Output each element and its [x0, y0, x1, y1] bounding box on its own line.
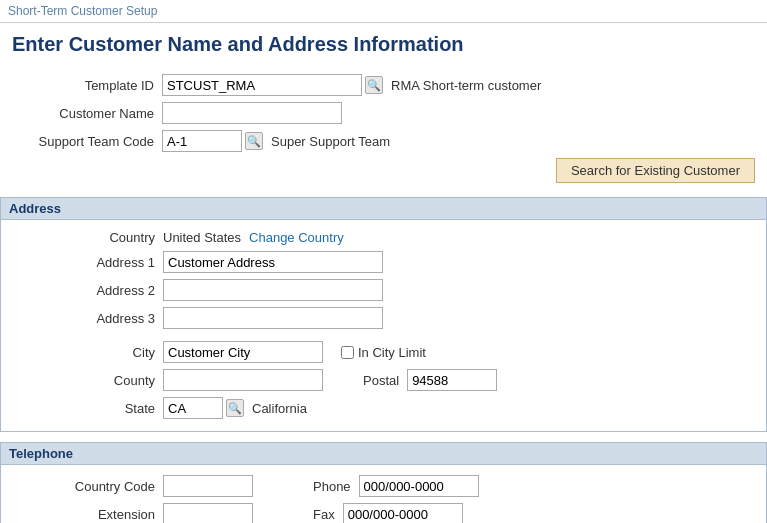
top-form: Template ID 🔍 RMA Short-term customer Cu… — [0, 66, 767, 197]
address2-label: Address 2 — [13, 283, 163, 298]
extension-row: Extension Fax — [13, 503, 754, 523]
template-id-label: Template ID — [12, 78, 162, 93]
state-input[interactable] — [163, 397, 223, 419]
in-city-limit-text: In City Limit — [358, 345, 426, 360]
state-lookup-icon[interactable]: 🔍 — [226, 399, 244, 417]
extension-input[interactable] — [163, 503, 253, 523]
address-section-body: Country United States Change Country Add… — [1, 220, 766, 431]
change-country-link[interactable]: Change Country — [249, 230, 344, 245]
postal-input[interactable] — [407, 369, 497, 391]
country-row: Country United States Change Country — [13, 230, 754, 245]
address1-row: Address 1 — [13, 251, 754, 273]
state-hint: California — [252, 401, 307, 416]
fax-input[interactable] — [343, 503, 463, 523]
country-code-label: Country Code — [13, 479, 163, 494]
address-section-header: Address — [1, 198, 766, 220]
address2-input[interactable] — [163, 279, 383, 301]
customer-name-input[interactable] — [162, 102, 342, 124]
support-team-label: Support Team Code — [12, 134, 162, 149]
support-team-lookup-icon[interactable]: 🔍 — [245, 132, 263, 150]
address1-input[interactable] — [163, 251, 383, 273]
search-btn-row: Search for Existing Customer — [12, 158, 755, 183]
in-city-limit-checkbox[interactable] — [341, 346, 354, 359]
support-team-row: Support Team Code 🔍 Super Support Team — [12, 130, 755, 152]
search-existing-customer-button[interactable]: Search for Existing Customer — [556, 158, 755, 183]
country-code-row: Country Code Phone — [13, 475, 754, 497]
country-code-input[interactable] — [163, 475, 253, 497]
breadcrumb: Short-Term Customer Setup — [0, 0, 767, 23]
telephone-section: Telephone Country Code Phone Extension F… — [0, 442, 767, 523]
county-label: County — [13, 373, 163, 388]
template-id-input[interactable] — [162, 74, 362, 96]
country-value: United States — [163, 230, 241, 245]
support-team-hint: Super Support Team — [271, 134, 390, 149]
country-label: Country — [13, 230, 163, 245]
phone-input[interactable] — [359, 475, 479, 497]
county-input[interactable] — [163, 369, 323, 391]
phone-group: Phone — [313, 475, 479, 497]
extension-label: Extension — [13, 507, 163, 522]
city-input[interactable] — [163, 341, 323, 363]
telephone-section-body: Country Code Phone Extension Fax — [1, 465, 766, 523]
city-row: City In City Limit — [13, 341, 754, 363]
postal-label: Postal — [363, 373, 399, 388]
customer-name-row: Customer Name — [12, 102, 755, 124]
city-label: City — [13, 345, 163, 360]
fax-label: Fax — [313, 507, 335, 522]
address3-label: Address 3 — [13, 311, 163, 326]
fax-group: Fax — [313, 503, 463, 523]
county-postal-row: County Postal — [13, 369, 754, 391]
in-city-limit-label[interactable]: In City Limit — [341, 345, 426, 360]
state-row: State 🔍 California — [13, 397, 754, 419]
page-title: Enter Customer Name and Address Informat… — [0, 23, 767, 66]
template-id-row: Template ID 🔍 RMA Short-term customer — [12, 74, 755, 96]
address-section: Address Country United States Change Cou… — [0, 197, 767, 432]
support-team-input[interactable] — [162, 130, 242, 152]
address2-row: Address 2 — [13, 279, 754, 301]
telephone-section-header: Telephone — [1, 443, 766, 465]
state-label: State — [13, 401, 163, 416]
phone-label: Phone — [313, 479, 351, 494]
address3-row: Address 3 — [13, 307, 754, 329]
address3-input[interactable] — [163, 307, 383, 329]
template-id-lookup-icon[interactable]: 🔍 — [365, 76, 383, 94]
address1-label: Address 1 — [13, 255, 163, 270]
template-id-hint: RMA Short-term customer — [391, 78, 541, 93]
customer-name-label: Customer Name — [12, 106, 162, 121]
